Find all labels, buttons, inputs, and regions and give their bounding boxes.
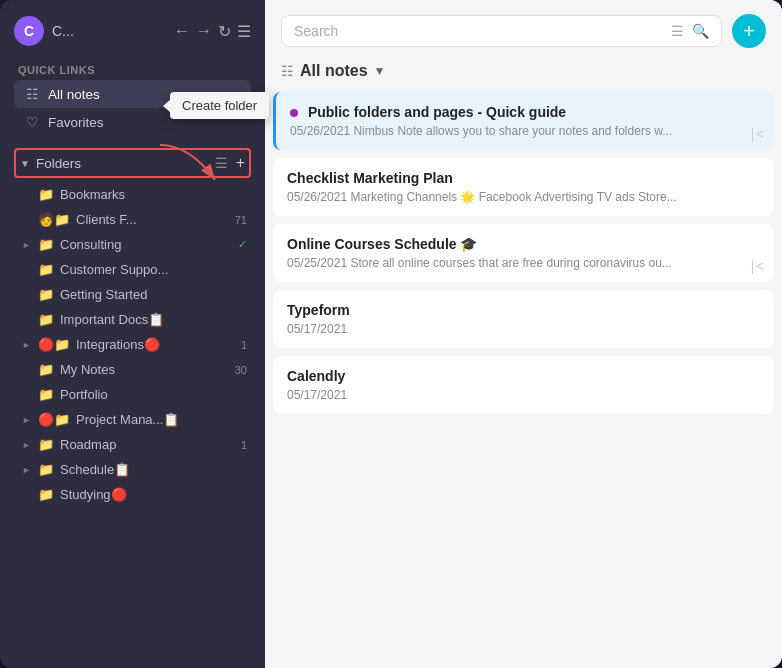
- folder-icon: 📁: [38, 362, 54, 377]
- folder-item-consulting[interactable]: ► 📁 Consulting ✓: [14, 232, 251, 257]
- section-dropdown-icon[interactable]: ▼: [374, 64, 386, 78]
- expand-arrow: ►: [22, 340, 32, 350]
- folder-item-schedule[interactable]: ► 📁 Schedule📋: [14, 457, 251, 482]
- folder-name: Getting Started: [60, 287, 247, 302]
- folder-icon: 📁: [38, 287, 54, 302]
- note-meta: 05/25/2021 Store all online courses that…: [287, 256, 760, 270]
- folder-item-integrations[interactable]: ► 🔴📁 Integrations🔴 1: [14, 332, 251, 357]
- expand-arrow: ►: [22, 240, 32, 250]
- folder-name: Roadmap: [60, 437, 235, 452]
- folder-item-getting-started[interactable]: 📁 Getting Started: [14, 282, 251, 307]
- folder-item-important-docs[interactable]: 📁 Important Docs📋: [14, 307, 251, 332]
- folder-name: Customer Suppo...: [60, 262, 247, 277]
- share-icon[interactable]: ∣<: [749, 126, 764, 142]
- folder-icon: 📁: [38, 237, 54, 252]
- expand-arrow: ►: [22, 465, 32, 475]
- filter-icon[interactable]: ☰: [671, 23, 684, 39]
- folder-icon: 🔴📁: [38, 412, 70, 427]
- folder-item-project[interactable]: ► 🔴📁 Project Mana...📋: [14, 407, 251, 432]
- workspace-name: C...: [52, 23, 74, 39]
- folder-name: Project Mana...📋: [76, 412, 247, 427]
- note-title: Public folders and pages - Quick guide: [290, 104, 760, 120]
- folder-item-portfolio[interactable]: 📁 Portfolio: [14, 382, 251, 407]
- folders-section: ▼ Folders ☰ + Create folder 📁 Bookmarks: [0, 140, 265, 668]
- section-title-bar: ☷ All notes ▼: [265, 58, 782, 92]
- sidebar: C C... ← → ↻ ☰ Quick Links ☷ All notes ♡…: [0, 0, 265, 668]
- note-meta: 05/17/2021: [287, 388, 760, 402]
- folder-item-bookmarks[interactable]: 📁 Bookmarks: [14, 182, 251, 207]
- header-icons: ← → ↻ ☰: [174, 22, 251, 41]
- folders-actions: ☰ +: [215, 154, 245, 172]
- folder-icon: 📁: [38, 387, 54, 402]
- menu-icon[interactable]: ☰: [237, 22, 251, 41]
- folder-item-roadmap[interactable]: ► 📁 Roadmap 1: [14, 432, 251, 457]
- folder-badge: 1: [241, 339, 247, 351]
- folders-header: ▼ Folders ☰ +: [14, 148, 251, 178]
- note-item[interactable]: Online Courses Schedule 🎓 05/25/2021 Sto…: [273, 224, 774, 282]
- expand-arrow: ►: [22, 415, 32, 425]
- heart-icon: ♡: [24, 114, 40, 130]
- folder-item-studying[interactable]: 📁 Studying🔴: [14, 482, 251, 507]
- grid-title-icon: ☷: [281, 63, 294, 79]
- folder-icon: 📁: [38, 262, 54, 277]
- expand-arrow: ►: [22, 440, 32, 450]
- folder-name: My Notes: [60, 362, 229, 377]
- grid-icon: ☷: [24, 86, 40, 102]
- search-placeholder: Search: [294, 23, 338, 39]
- folder-badge: 71: [235, 214, 247, 226]
- folder-name: Consulting: [60, 237, 232, 252]
- check-icon: ✓: [238, 238, 247, 251]
- note-item[interactable]: Typeform 05/17/2021: [273, 290, 774, 348]
- folder-item-my-notes[interactable]: 📁 My Notes 30: [14, 357, 251, 382]
- search-icon[interactable]: 🔍: [692, 23, 709, 39]
- note-dot: [290, 109, 298, 117]
- share-icon[interactable]: ∣<: [749, 258, 764, 274]
- note-item[interactable]: Calendly 05/17/2021: [273, 356, 774, 414]
- note-item[interactable]: Public folders and pages - Quick guide 0…: [273, 92, 774, 150]
- main-header: Search ☰ 🔍 +: [265, 0, 782, 58]
- back-icon[interactable]: ←: [174, 22, 190, 40]
- folder-name: Bookmarks: [60, 187, 247, 202]
- add-note-button[interactable]: +: [732, 14, 766, 48]
- note-title: Online Courses Schedule 🎓: [287, 236, 760, 252]
- search-bar[interactable]: Search ☰ 🔍: [281, 15, 722, 47]
- folder-name: Integrations🔴: [76, 337, 235, 352]
- folder-icon: 📁: [38, 312, 54, 327]
- main-content: Search ☰ 🔍 + ☷ All notes ▼ Public folder…: [265, 0, 782, 668]
- folder-icon: 📁: [38, 487, 54, 502]
- folder-icon: 📁: [38, 462, 54, 477]
- folder-badge: 1: [241, 439, 247, 451]
- notes-list: Public folders and pages - Quick guide 0…: [265, 92, 782, 668]
- section-title: All notes: [300, 62, 368, 80]
- search-icons: ☰ 🔍: [671, 23, 709, 39]
- folders-title: Folders: [36, 156, 215, 171]
- note-title: Typeform: [287, 302, 760, 318]
- note-title: Calendly: [287, 368, 760, 384]
- note-meta: 05/26/2021 Nimbus Note allows you to sha…: [290, 124, 760, 138]
- folder-name: Studying🔴: [60, 487, 247, 502]
- folder-icon: 🧑📁: [38, 212, 70, 227]
- note-item[interactable]: Checklist Marketing Plan 05/26/2021 Mark…: [273, 158, 774, 216]
- note-title: Checklist Marketing Plan: [287, 170, 760, 186]
- folder-badge: 30: [235, 364, 247, 376]
- add-folder-icon[interactable]: +: [236, 154, 245, 172]
- folder-item-clients[interactable]: 🧑📁 Clients F... 71: [14, 207, 251, 232]
- quick-links-label: Quick Links: [14, 64, 251, 76]
- folder-item-customer[interactable]: 📁 Customer Suppo...: [14, 257, 251, 282]
- folder-icon: 🔴📁: [38, 337, 70, 352]
- forward-icon[interactable]: →: [196, 22, 212, 40]
- folder-icon: 📁: [38, 437, 54, 452]
- folder-icon: 📁: [38, 187, 54, 202]
- app-window: C C... ← → ↻ ☰ Quick Links ☷ All notes ♡…: [0, 0, 782, 668]
- folder-name: Important Docs📋: [60, 312, 247, 327]
- note-meta: 05/26/2021 Marketing Channels 🌟 Facebook…: [287, 190, 760, 204]
- refresh-icon[interactable]: ↻: [218, 22, 231, 41]
- sidebar-header: C C... ← → ↻ ☰: [0, 0, 265, 56]
- sort-icon[interactable]: ☰: [215, 155, 228, 171]
- avatar[interactable]: C: [14, 16, 44, 46]
- folders-chevron[interactable]: ▼: [20, 158, 30, 169]
- folder-name: Schedule📋: [60, 462, 247, 477]
- folder-name: Clients F...: [76, 212, 229, 227]
- folder-name: Portfolio: [60, 387, 247, 402]
- note-meta: 05/17/2021: [287, 322, 760, 336]
